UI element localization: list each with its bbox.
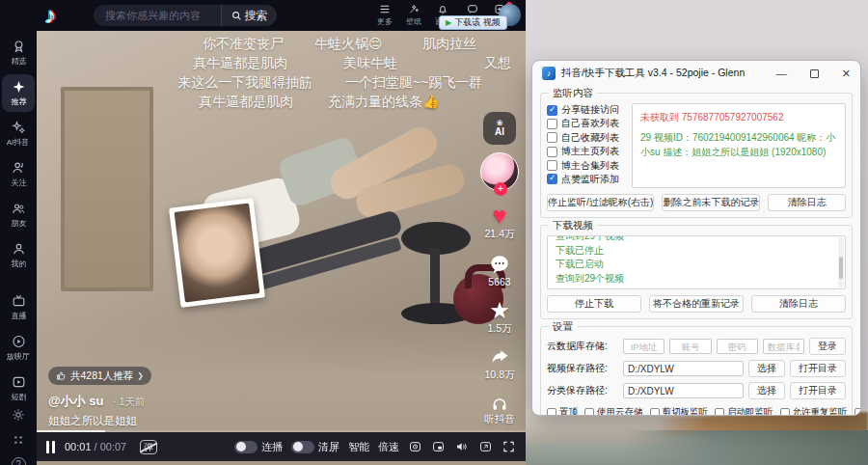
sidebar-item-wode[interactable]: 我的 <box>2 236 35 274</box>
stop-monitor-button[interactable]: 停止监听/过滤昵称(右击) <box>547 194 654 211</box>
author-name[interactable]: @小小 su <box>48 394 103 408</box>
fullscreen-icon[interactable] <box>502 440 516 453</box>
nav-more[interactable]: 更多 <box>370 3 399 27</box>
checkbox-icon[interactable] <box>547 147 557 157</box>
comment-button[interactable]: 5663 <box>488 254 511 287</box>
sidebar-item-tuijian[interactable]: 推荐 <box>2 74 35 112</box>
checkbox-allow-repeat-monitor[interactable]: 允许重复监听 <box>780 406 848 416</box>
clear-screen-toggle[interactable]: 清屏 <box>291 440 339 454</box>
window-titlebar[interactable]: ♪ 抖音/快手下载工具 v3.4 - 52pojie - Glenn — ✕ <box>532 61 860 86</box>
db-login-button[interactable]: 登录 <box>809 338 846 355</box>
scrollbar[interactable] <box>838 237 844 287</box>
search-input[interactable]: 搜索你感兴趣的内容 搜索 <box>94 5 277 26</box>
autoplay-toggle[interactable]: 连播 <box>234 440 283 454</box>
checkbox-icon[interactable] <box>547 160 557 171</box>
download-video-overlay-button[interactable]: ▶ 下载该 视频 <box>439 15 507 30</box>
like-button[interactable]: ♥ 21.4万 <box>485 204 515 241</box>
checkbox-icon[interactable] <box>547 174 557 184</box>
sidebar-item-duanju[interactable]: 短剧 <box>2 369 35 407</box>
checkbox-icon[interactable] <box>547 132 557 143</box>
maximize-button[interactable] <box>810 69 819 78</box>
scrollbar-thumb[interactable] <box>839 257 843 279</box>
watch-later-icon[interactable] <box>408 440 422 453</box>
search-icon <box>231 11 242 21</box>
checkbox-clipboard-monitor[interactable]: 剪切板监听 <box>650 406 709 416</box>
checkbox-always-on-top[interactable]: 置顶 <box>547 406 578 416</box>
video-path-open-button[interactable]: 打开目录 <box>790 360 846 377</box>
checkbox-own-likes[interactable]: 自己喜欢列表 <box>547 117 626 130</box>
apps-grid-icon[interactable] <box>11 432 26 448</box>
video-player[interactable]: 你不准变丧尸 牛蛙火锅😔 肌肉拉丝 真牛逼都是肌肉 美味牛蛙 又想 来这么一下我… <box>37 31 526 465</box>
share-icon <box>488 348 511 368</box>
checkbox-icon[interactable] <box>584 408 594 417</box>
db-account-input[interactable] <box>669 339 711 354</box>
sidebar-item-guanzhu[interactable]: 关注 <box>2 155 35 193</box>
toggle-pill[interactable] <box>291 441 314 453</box>
help-icon[interactable]: ? <box>12 457 26 465</box>
heart-icon: ♥ <box>493 204 507 227</box>
checkbox-blogger-home[interactable]: 博主主页列表 <box>547 145 626 158</box>
rerecord-unqualified-button[interactable]: 将不合格的重新记录 <box>649 295 744 313</box>
desktop: ♪ 搜索你感兴趣的内容 搜索 更多 壁纸 通知 <box>0 0 868 465</box>
pip-icon[interactable] <box>431 440 446 453</box>
share-button[interactable]: 10.8万 <box>485 348 515 382</box>
sidebar-item-ai-douyin[interactable]: AI抖音 <box>2 115 35 152</box>
sidebar-item-zhibo[interactable]: 直播 <box>2 288 35 326</box>
speed-button[interactable]: 倍速 <box>378 440 399 454</box>
favorite-button[interactable]: ★ 1.5万 <box>487 300 511 336</box>
close-button[interactable]: ✕ <box>842 68 851 80</box>
video-path-choose-button[interactable]: 选择 <box>748 360 785 377</box>
checkbox-like-monitor-add[interactable]: 点赞监听添加 <box>547 173 626 186</box>
monitor-log[interactable]: 未获取到 7576877057927007562 29 视频ID：7602194… <box>632 103 846 188</box>
progress-bar[interactable] <box>37 430 526 432</box>
toggle-pill[interactable] <box>234 441 258 453</box>
category-path-choose-button[interactable]: 选择 <box>748 382 785 399</box>
sidebar-footer: ? <box>11 407 26 465</box>
video-path-input[interactable] <box>623 361 744 376</box>
checkbox-monitor-on-start[interactable]: 启动即监听 <box>715 406 773 416</box>
minimize-button[interactable]: — <box>776 68 787 78</box>
clear-monitor-log-button[interactable]: 清除日志 <box>768 194 846 211</box>
publish-time: · 1天前 <box>113 396 145 407</box>
checkbox-blogger-collection[interactable]: 博主合集列表 <box>547 159 626 173</box>
db-password-input[interactable] <box>717 339 758 354</box>
sidebar-item-fangyingting[interactable]: 放映厅 <box>2 329 35 367</box>
author-line[interactable]: @小小 su · 1天前 <box>48 393 151 410</box>
web-fullscreen-icon[interactable] <box>478 440 493 453</box>
db-name-input[interactable] <box>763 339 804 354</box>
author-avatar[interactable]: + <box>480 152 519 191</box>
download-log[interactable]: 查询到29个视频 下载已停止 下载已启动 查询到29个视频 <box>547 235 846 289</box>
search-button[interactable]: 搜索 <box>221 5 277 26</box>
checkbox-icon[interactable] <box>547 119 557 129</box>
clear-download-log-button[interactable]: 清除日志 <box>751 295 846 313</box>
nav-wallpaper[interactable]: 壁纸 <box>399 3 428 27</box>
listen-button[interactable]: 听抖音 <box>484 395 515 426</box>
delete-undownloaded-button[interactable]: 删除之前未下载的记录 <box>662 194 760 211</box>
stop-download-button[interactable]: 停止下载 <box>547 295 641 313</box>
category-path-open-button[interactable]: 打开目录 <box>790 382 846 399</box>
sidebar-label: 直播 <box>11 311 26 321</box>
follow-plus-button[interactable]: + <box>494 182 507 196</box>
db-ip-input[interactable] <box>623 339 665 354</box>
smart-button[interactable]: 智能 <box>348 440 369 454</box>
checkbox-icon[interactable] <box>780 408 790 417</box>
checkbox-icon[interactable] <box>547 105 557 116</box>
checkbox-icon[interactable] <box>650 408 660 417</box>
douyin-logo-icon[interactable]: ♪ <box>44 2 56 29</box>
category-path-input[interactable] <box>623 383 744 398</box>
nav-messages[interactable] <box>458 3 487 15</box>
checkbox-use-cloud-storage[interactable]: 使用云存储 <box>584 406 643 416</box>
sidebar-item-jingxuan[interactable]: 精选 <box>2 34 35 71</box>
pause-button[interactable] <box>46 441 55 453</box>
volume-icon[interactable] <box>454 440 470 453</box>
video-path-label: 视频保存路径: <box>547 362 618 375</box>
checkbox-icon[interactable] <box>547 408 556 417</box>
ai-pendant-icon[interactable]: ❀ AI <box>483 112 516 145</box>
checkbox-share-link[interactable]: 分享链接访问 <box>547 103 626 117</box>
settings-gear-icon[interactable] <box>11 407 26 423</box>
checkbox-icon[interactable] <box>715 408 724 417</box>
recommend-badge[interactable]: 共4281人推荐 ❯ <box>48 367 151 385</box>
checkbox-own-favorites[interactable]: 自己收藏列表 <box>547 131 626 145</box>
sidebar-item-pengyou[interactable]: 朋友 <box>2 196 35 233</box>
danmaku-toggle-button[interactable]: 弹 <box>140 440 157 454</box>
